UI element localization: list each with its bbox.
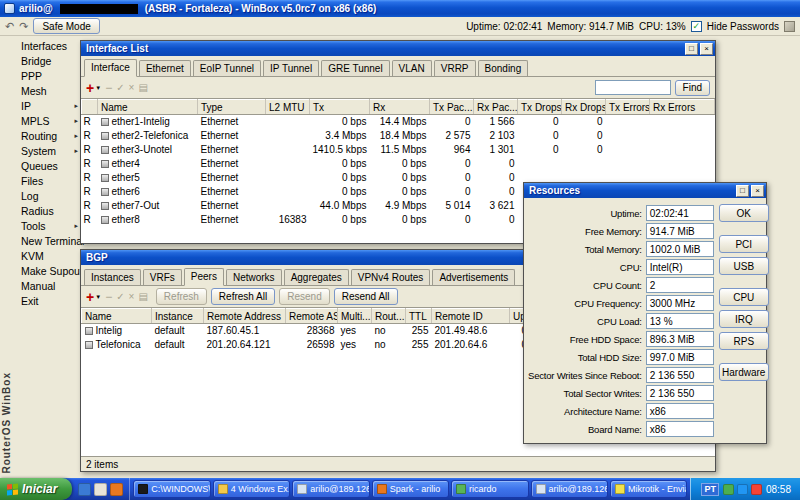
tab-networks[interactable]: Networks — [226, 269, 282, 285]
cpu-button[interactable]: CPU — [719, 288, 769, 306]
tray-icon-2[interactable] — [737, 484, 748, 495]
taskbar-button[interactable]: arilio@189.126... — [292, 480, 369, 498]
column-header-name[interactable]: Name — [98, 100, 198, 115]
resend-button[interactable]: Resend — [279, 288, 329, 305]
disable-button[interactable]: × — [129, 83, 135, 93]
rps-button[interactable]: RPS — [719, 332, 769, 350]
sidebar-item-routing[interactable]: Routing▸ — [16, 128, 80, 143]
interface-list-titlebar[interactable]: Interface List □ × — [81, 41, 715, 56]
language-indicator[interactable]: PT — [701, 483, 719, 496]
pci-button[interactable]: PCI — [719, 235, 769, 253]
column-header-name[interactable]: Name — [82, 309, 152, 324]
sidebar-item-exit[interactable]: Exit — [16, 293, 80, 308]
hardware-button[interactable]: Hardware — [719, 363, 769, 381]
redo-icon[interactable]: ↷ — [19, 21, 28, 32]
add-dropdown-icon[interactable]: ▼ — [95, 85, 101, 91]
tab-instances[interactable]: Instances — [84, 269, 141, 285]
tab-vlan[interactable]: VLAN — [392, 60, 432, 76]
resend-all-button[interactable]: Resend All — [334, 288, 398, 305]
sidebar-item-kvm[interactable]: KVM — [16, 248, 80, 263]
taskbar-button[interactable]: ricardo — [451, 480, 528, 498]
sidebar-item-files[interactable]: Files — [16, 173, 80, 188]
irq-button[interactable]: IRQ — [719, 310, 769, 328]
media-player-icon[interactable] — [110, 483, 123, 496]
column-header-remote-address[interactable]: Remote Address — [204, 309, 286, 324]
sidebar-item-queues[interactable]: Queues — [16, 158, 80, 173]
column-header-rx-drops[interactable]: Rx Drops — [562, 100, 606, 115]
tray-icon-3[interactable] — [751, 484, 762, 495]
column-header-type[interactable]: Type — [198, 100, 266, 115]
column-header-multi[interactable]: Multi... — [338, 309, 372, 324]
disable-button[interactable]: × — [129, 292, 135, 302]
sidebar-item-radius[interactable]: Radius — [16, 203, 80, 218]
sidebar-item-ip[interactable]: IP▸ — [16, 98, 80, 113]
sidebar-item-bridge[interactable]: Bridge — [16, 53, 80, 68]
add-button[interactable]: + — [86, 290, 94, 304]
restore-icon[interactable]: □ — [685, 43, 698, 55]
table-row[interactable]: Rether4Ethernet0 bps0 bps00 — [82, 157, 715, 171]
resources-titlebar[interactable]: Resources □ × — [524, 183, 766, 198]
column-header-rx-errors[interactable]: Rx Errors — [650, 100, 715, 115]
tab-ip-tunnel[interactable]: IP Tunnel — [263, 60, 319, 76]
taskbar-button[interactable]: C:\WINDOWS\... — [133, 480, 210, 498]
column-header-ttl[interactable]: TTL — [406, 309, 432, 324]
restore-icon[interactable]: □ — [736, 185, 749, 197]
usb-button[interactable]: USB — [719, 257, 769, 275]
column-header-rx-pac[interactable]: Rx Pac... — [474, 100, 518, 115]
sidebar-item-manual[interactable]: Manual — [16, 278, 80, 293]
ok-button[interactable]: OK — [719, 204, 769, 222]
column-header-rx[interactable]: Rx — [370, 100, 430, 115]
toolbar-corner-icon[interactable] — [784, 21, 795, 32]
internet-explorer-icon[interactable] — [78, 483, 91, 496]
add-button[interactable]: + — [86, 81, 94, 95]
column-header-remote-as[interactable]: Remote AS — [286, 309, 338, 324]
tab-vrfs[interactable]: VRFs — [143, 269, 182, 285]
tab-ethernet[interactable]: Ethernet — [139, 60, 191, 76]
add-dropdown-icon[interactable]: ▼ — [95, 294, 101, 300]
table-row[interactable]: Rether2-TelefonicaEthernet3.4 Mbps18.4 M… — [82, 129, 715, 143]
close-icon[interactable]: × — [700, 43, 713, 55]
tab-peers[interactable]: Peers — [184, 268, 224, 286]
column-header-tx-drops[interactable]: Tx Drops — [518, 100, 562, 115]
sidebar-item-mesh[interactable]: Mesh — [16, 83, 80, 98]
taskbar-button[interactable]: Spark - arilio — [372, 480, 449, 498]
column-header-instance[interactable]: Instance — [152, 309, 204, 324]
tab-aggregates[interactable]: Aggregates — [284, 269, 349, 285]
sidebar-item-interfaces[interactable]: Interfaces — [16, 38, 80, 53]
remove-button[interactable]: − — [105, 82, 112, 94]
sidebar-item-ppp[interactable]: PPP — [16, 68, 80, 83]
show-desktop-icon[interactable] — [94, 483, 107, 496]
taskbar-button[interactable]: Mikrotik - Enviar... — [610, 480, 687, 498]
enable-button[interactable]: ✓ — [116, 83, 124, 93]
column-header-tx[interactable]: Tx — [310, 100, 370, 115]
tab-bonding[interactable]: Bonding — [478, 60, 529, 76]
tab-vpnv4-routes[interactable]: VPNv4 Routes — [351, 269, 431, 285]
safe-mode-button[interactable]: Safe Mode — [33, 18, 99, 34]
column-header-flags[interactable] — [82, 100, 98, 115]
sidebar-item-make-supout-rif[interactable]: Make Supout.rif — [16, 263, 80, 278]
enable-button[interactable]: ✓ — [116, 292, 124, 302]
tab-interface[interactable]: Interface — [84, 59, 137, 77]
table-row[interactable]: Rether3-UnotelEthernet1410.5 kbps11.5 Mb… — [82, 143, 715, 157]
refresh-button[interactable]: Refresh — [156, 288, 207, 305]
clock[interactable]: 08:58 — [766, 484, 791, 495]
column-header-remote-id[interactable]: Remote ID — [432, 309, 510, 324]
column-header-tx-errors[interactable]: Tx Errors — [606, 100, 650, 115]
tab-eoip-tunnel[interactable]: EoIP Tunnel — [193, 60, 261, 76]
find-input[interactable] — [595, 80, 671, 95]
comment-button[interactable]: ▤ — [138, 292, 147, 302]
refresh-all-button[interactable]: Refresh All — [211, 288, 275, 305]
sidebar-item-tools[interactable]: Tools▸ — [16, 218, 80, 233]
tab-vrrp[interactable]: VRRP — [434, 60, 476, 76]
find-button[interactable]: Find — [675, 80, 710, 96]
column-header-rout[interactable]: Rout... — [372, 309, 406, 324]
remove-button[interactable]: − — [105, 291, 112, 303]
taskbar-button[interactable]: 4 Windows Ex... — [213, 480, 290, 498]
column-header-tx-pac[interactable]: Tx Pac... — [430, 100, 474, 115]
sidebar-item-log[interactable]: Log — [16, 188, 80, 203]
tab-gre-tunnel[interactable]: GRE Tunnel — [321, 60, 389, 76]
tray-icon-1[interactable] — [723, 484, 734, 495]
titlebar[interactable]: arilio@(ASBR - Fortaleza) - WinBox v5.0r… — [0, 0, 800, 17]
tab-advertisements[interactable]: Advertisements — [432, 269, 515, 285]
sidebar-item-mpls[interactable]: MPLS▸ — [16, 113, 80, 128]
